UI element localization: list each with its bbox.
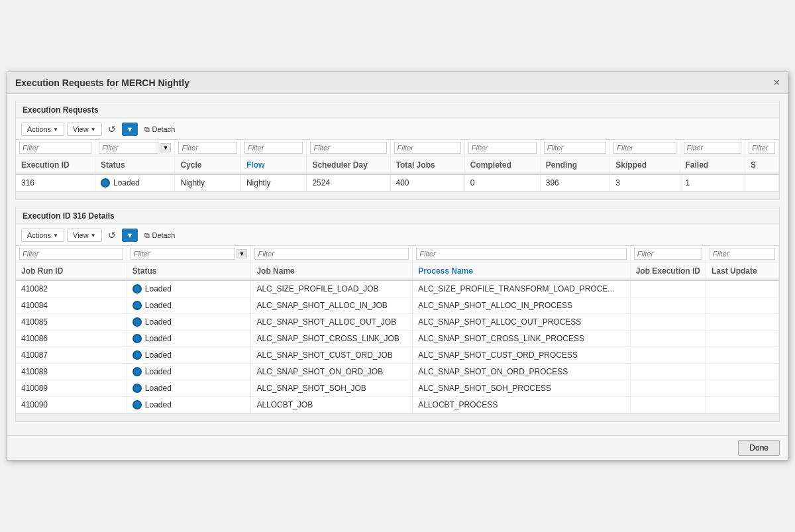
bottom-table-row[interactable]: 410088 Loaded ALC_SNAP_SHOT_ON_ORD_JOB A…	[16, 364, 779, 380]
btm-filter-input-process-name[interactable]	[416, 248, 626, 260]
btm-cell-status: Loaded	[127, 314, 251, 331]
btm-filter-input-last-update[interactable]	[710, 248, 775, 260]
bottom-section: Execution ID 316 Details Actions ▼ View …	[15, 207, 780, 422]
btm-cell-last-update	[706, 314, 779, 331]
cell-total-jobs: 400	[390, 174, 464, 191]
filter-input-status[interactable]	[99, 142, 158, 154]
filter-input-scheduler-day[interactable]	[310, 142, 386, 154]
btm-cell-job-name: ALC_SNAP_SHOT_ON_ORD_JOB	[251, 364, 413, 380]
bottom-actions-button[interactable]: Actions ▼	[21, 229, 64, 242]
filter-input-flow[interactable]	[244, 142, 303, 154]
bottom-detach-label: Detach	[152, 231, 175, 239]
top-section-header: Execution Requests	[16, 101, 779, 119]
filter-cell-flow	[240, 140, 307, 156]
btm-status-circle-icon	[132, 317, 142, 327]
btm-status-circle-icon	[132, 384, 142, 393]
close-button[interactable]: ×	[774, 78, 780, 88]
btm-cell-job-run-id: 410084	[16, 297, 127, 314]
bottom-section-header: Execution ID 316 Details	[16, 207, 779, 225]
bottom-table-body: 410082 Loaded ALC_SIZE_PROFILE_LOAD_JOB …	[16, 280, 779, 413]
filter-input-pending[interactable]	[544, 142, 607, 154]
bottom-table-row[interactable]: 410089 Loaded ALC_SNAP_SHOT_SOH_JOB ALC_…	[16, 380, 779, 397]
top-table-body: 316 Loaded Nightly Nightly 2524 400 0 39…	[16, 174, 779, 191]
btm-filter-input-job-name[interactable]	[254, 248, 409, 260]
top-header-row: Execution ID Status Cycle Flow Scheduler…	[16, 156, 779, 175]
col-header-s: S	[745, 156, 779, 175]
col-header-skipped: Skipped	[610, 156, 680, 175]
btm-filter-input-job-exec-id[interactable]	[634, 248, 702, 260]
btm-cell-job-name: ALC_SNAP_SHOT_CUST_ORD_JOB	[251, 347, 413, 364]
btm-col-header-last-update: Last Update	[706, 262, 779, 281]
btm-cell-job-run-id: 410089	[16, 380, 127, 397]
bottom-detach-icon: ⧉	[144, 231, 150, 240]
filter-input-failed[interactable]	[684, 142, 741, 154]
top-view-button[interactable]: View ▼	[67, 123, 102, 136]
filter-input-cycle[interactable]	[178, 142, 237, 154]
bottom-table-row[interactable]: 410087 Loaded ALC_SNAP_SHOT_CUST_ORD_JOB…	[16, 347, 779, 364]
btm-cell-job-execution-id	[630, 280, 706, 297]
top-detach-button[interactable]: ⧉ Detach	[140, 123, 179, 136]
bottom-filter-row: ▼	[16, 246, 779, 262]
btm-status-label: Loaded	[145, 350, 172, 360]
filter-input-total-jobs[interactable]	[394, 142, 461, 154]
top-table-row[interactable]: 316 Loaded Nightly Nightly 2524 400 0 39…	[16, 174, 779, 191]
bottom-refresh-button[interactable]: ↺	[105, 229, 119, 242]
btm-cell-job-name: ALLOCBT_JOB	[251, 397, 413, 413]
btm-status-label: Loaded	[145, 301, 172, 310]
btm-status-label: Loaded	[145, 384, 172, 393]
bottom-view-caret-icon: ▼	[91, 233, 96, 239]
bottom-table-row[interactable]: 410084 Loaded ALC_SNAP_SHOT_ALLOC_IN_JOB…	[16, 297, 779, 314]
filter-cell-total-jobs	[390, 140, 464, 156]
btm-cell-job-name: ALC_SIZE_PROFILE_LOAD_JOB	[251, 280, 413, 297]
col-header-total-jobs: Total Jobs	[390, 156, 464, 175]
btm-filter-input-status[interactable]	[131, 248, 235, 260]
bottom-filter-button[interactable]: ▼	[122, 229, 138, 242]
btm-status-circle-icon	[132, 400, 142, 409]
bottom-table-row[interactable]: 410085 Loaded ALC_SNAP_SHOT_ALLOC_OUT_JO…	[16, 314, 779, 331]
top-actions-caret-icon: ▼	[53, 127, 58, 133]
top-refresh-button[interactable]: ↺	[105, 123, 119, 136]
top-filter-button[interactable]: ▼	[122, 123, 138, 136]
col-header-completed: Completed	[464, 156, 540, 175]
btm-cell-job-execution-id	[630, 347, 706, 364]
btm-cell-status: Loaded	[127, 297, 251, 314]
filter-input-exec-id[interactable]	[19, 142, 91, 154]
bottom-header-row: Job Run ID Status Job Name Process Name …	[16, 262, 779, 281]
bottom-detach-button[interactable]: ⧉ Detach	[140, 229, 179, 242]
btm-cell-process-name: ALC_SNAP_SHOT_ALLOC_OUT_PROCESS	[413, 314, 630, 331]
bottom-table-row[interactable]: 410082 Loaded ALC_SIZE_PROFILE_LOAD_JOB …	[16, 280, 779, 297]
filter-status-dropdown[interactable]: ▼	[160, 143, 171, 152]
filter-input-completed[interactable]	[468, 142, 537, 154]
bottom-view-button[interactable]: View ▼	[67, 229, 102, 242]
btm-cell-last-update	[706, 297, 779, 314]
bottom-scrollbar[interactable]	[16, 413, 779, 421]
done-button[interactable]: Done	[738, 440, 780, 456]
btm-filter-cell-job-exec-id	[630, 246, 706, 262]
btm-cell-status: Loaded	[127, 331, 251, 347]
top-table-container: ▼	[16, 140, 779, 191]
col-header-cycle: Cycle	[175, 156, 241, 175]
btm-status-label: Loaded	[145, 284, 172, 293]
btm-col-header-job-name: Job Name	[251, 262, 413, 281]
btm-cell-job-run-id: 410088	[16, 364, 127, 380]
filter-input-s[interactable]	[749, 142, 775, 154]
col-header-flow: Flow	[240, 156, 307, 175]
filter-input-skipped[interactable]	[613, 142, 676, 154]
col-header-execution-id: Execution ID	[16, 156, 95, 175]
btm-status-label: Loaded	[145, 367, 172, 376]
btm-filter-status-dropdown[interactable]: ▼	[237, 249, 248, 258]
bottom-table-container: ▼ Job Run ID Status Job Name	[16, 246, 779, 413]
btm-cell-process-name: ALC_SNAP_SHOT_CUST_ORD_PROCESS	[413, 347, 630, 364]
top-scrollbar[interactable]	[16, 191, 779, 199]
btm-filter-input-job-run-id[interactable]	[19, 248, 123, 260]
btm-cell-status: Loaded	[127, 347, 251, 364]
top-actions-button[interactable]: Actions ▼	[21, 123, 64, 136]
bottom-table-row[interactable]: 410086 Loaded ALC_SNAP_SHOT_CROSS_LINK_J…	[16, 331, 779, 347]
btm-cell-process-name: ALLOCBT_PROCESS	[413, 397, 630, 413]
cell-s	[745, 174, 779, 191]
btm-col-header-job-execution-id: Job Execution ID	[630, 262, 706, 281]
btm-cell-job-run-id: 410085	[16, 314, 127, 331]
bottom-table-row[interactable]: 410090 Loaded ALLOCBT_JOB ALLOCBT_PROCES…	[16, 397, 779, 413]
dialog-title: Execution Requests for MERCH Nightly	[15, 78, 189, 88]
top-filter-row: ▼	[16, 140, 779, 156]
